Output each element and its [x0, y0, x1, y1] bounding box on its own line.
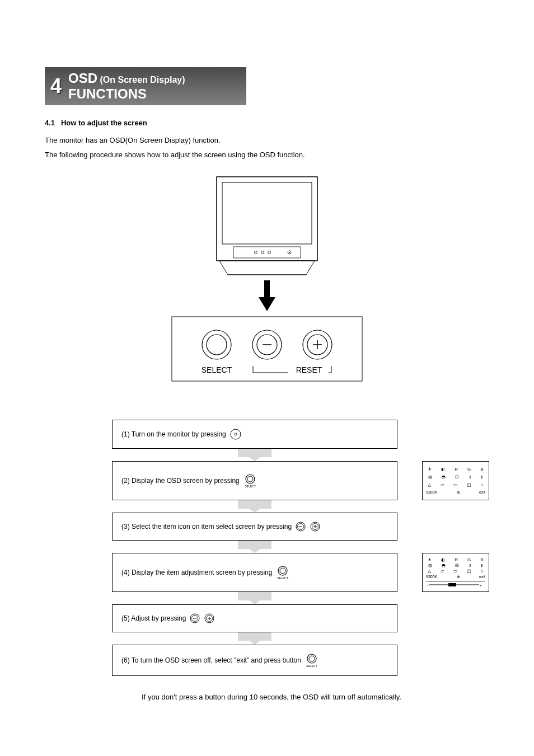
- title-functions: FUNCTIONS: [68, 86, 185, 102]
- svg-point-3: [255, 251, 257, 254]
- svg-point-22: [235, 433, 237, 435]
- title-subtitle: (On Screen Display): [100, 75, 185, 84]
- osd-preview-2: ☀◐RGB ◍◓⊟⫿⫿ △▱▭◫⌂ 9300K⊕exit -+: [422, 553, 489, 592]
- svg-rect-2: [233, 247, 301, 258]
- title-osd: OSD: [68, 71, 97, 86]
- svg-text:+: +: [480, 584, 482, 587]
- intro-line-1: The monitor has an OSD(On Screen Display…: [45, 135, 489, 146]
- steps-container: (1) Turn on the monitor by pressing (2) …: [45, 420, 489, 676]
- svg-text:SELECT: SELECT: [278, 576, 288, 580]
- step-2: (2) Display the OSD screen by pressing S…: [112, 461, 397, 500]
- svg-point-26: [247, 476, 253, 482]
- intro-line-2: The following procedure shows how to adj…: [45, 149, 489, 161]
- svg-rect-46: [238, 592, 271, 600]
- svg-marker-38: [249, 549, 260, 553]
- step-3-text: (3) Select the item icon on item select …: [121, 523, 292, 530]
- svg-rect-28: [238, 500, 271, 509]
- svg-point-21: [231, 429, 241, 439]
- step-4-text: (4) Display the item adjustment screen b…: [121, 569, 272, 576]
- chapter-title: OSD (On Screen Display) FUNCTIONS: [68, 71, 185, 102]
- step-5: (5) Adjust by pressing: [112, 604, 397, 632]
- svg-marker-24: [249, 457, 260, 461]
- svg-text:SELECT: SELECT: [306, 664, 317, 668]
- svg-marker-47: [249, 600, 260, 604]
- footer-note: If you don't press a button during 10 se…: [95, 693, 448, 701]
- minus-button-icon: [295, 521, 306, 532]
- svg-rect-23: [238, 449, 271, 457]
- power-button-icon: [229, 428, 242, 440]
- select-button-icon: SELECT: [243, 473, 257, 488]
- osd-9300k: 9300K: [426, 575, 437, 579]
- select-label: SELECT: [202, 365, 232, 374]
- osd-exit: exit: [479, 490, 485, 495]
- svg-marker-10: [259, 297, 275, 311]
- svg-rect-37: [238, 541, 271, 549]
- connector-arrow: [112, 592, 397, 604]
- select-button-icon: SELECT: [275, 565, 290, 580]
- svg-marker-29: [249, 509, 260, 513]
- step-2-text: (2) Display the OSD screen by pressing: [121, 477, 240, 485]
- svg-point-13: [207, 335, 227, 355]
- osd-preview-1: ☀◐RGB ◍◓⊟⫿⫿ △▱▭◫⌂ 9300K⊕exit: [422, 461, 489, 500]
- plus-button-icon: [310, 521, 321, 532]
- svg-rect-1: [222, 182, 312, 244]
- svg-text:SELECT: SELECT: [245, 485, 255, 488]
- step-1-text: (1) Turn on the monitor by pressing: [121, 430, 226, 438]
- step-6-text: (6) To turn the OSD screen off, select "…: [121, 656, 301, 664]
- section-number: 4.1: [45, 119, 55, 127]
- connector-arrow: [112, 449, 397, 461]
- step-3: (3) Select the item icon on item select …: [112, 513, 397, 541]
- svg-point-7: [289, 252, 290, 253]
- step-5-text: (5) Adjust by pressing: [121, 614, 186, 622]
- svg-text:-: -: [427, 584, 428, 587]
- connector-arrow: [112, 541, 397, 553]
- connector-arrow: [112, 500, 397, 513]
- select-button-icon: SELECT: [305, 653, 319, 668]
- svg-rect-43: [448, 583, 456, 586]
- svg-rect-0: [217, 177, 317, 261]
- svg-rect-55: [238, 632, 271, 641]
- svg-point-58: [309, 656, 315, 661]
- section-title: How to adjust the screen: [61, 119, 147, 127]
- osd-9300k: 9300K: [426, 490, 437, 495]
- chapter-number: 4: [50, 74, 62, 98]
- svg-point-40: [280, 568, 285, 574]
- reset-label: RESET: [296, 365, 322, 374]
- connector-arrow: [112, 632, 397, 645]
- step-6: (6) To turn the OSD screen off, select "…: [112, 645, 397, 676]
- chapter-header: 4 OSD (On Screen Display) FUNCTIONS: [45, 67, 246, 105]
- osd-exit: exit: [479, 575, 485, 579]
- minus-button-icon: [189, 613, 200, 624]
- monitor-illustration: SELECT RESET: [45, 171, 489, 414]
- adjustment-bar-icon: -+: [426, 583, 482, 587]
- svg-rect-11: [172, 317, 362, 381]
- svg-point-57: [307, 654, 316, 663]
- svg-rect-9: [264, 280, 270, 297]
- svg-point-39: [278, 566, 287, 575]
- svg-point-25: [246, 475, 255, 483]
- step-1: (1) Turn on the monitor by pressing: [112, 420, 397, 449]
- step-4: (4) Display the item adjustment screen b…: [112, 553, 397, 592]
- svg-marker-56: [249, 641, 260, 645]
- plus-button-icon: [204, 613, 215, 624]
- svg-point-4: [261, 251, 264, 254]
- svg-point-5: [268, 251, 271, 254]
- section-heading: 4.1 How to adjust the screen: [45, 119, 489, 127]
